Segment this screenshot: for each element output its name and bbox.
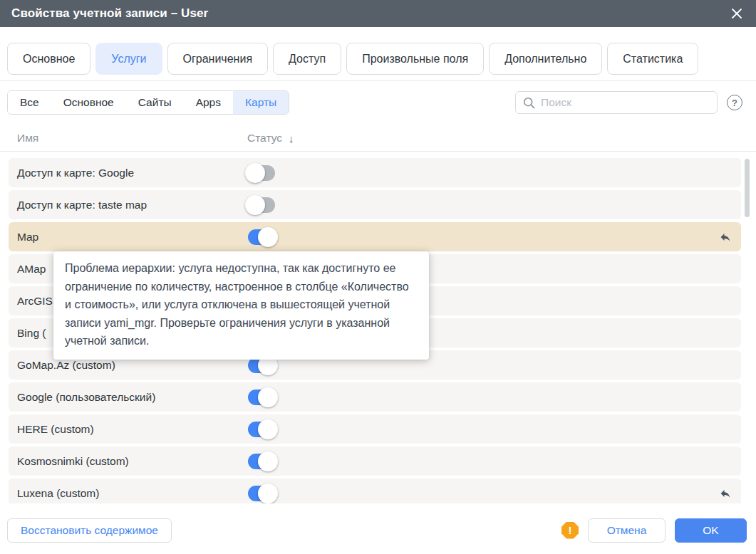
column-header-name: Имя	[17, 132, 38, 145]
tab-main[interactable]: Основное	[7, 43, 90, 75]
subtab-all[interactable]: Все	[8, 91, 51, 114]
status-toggle[interactable]	[248, 357, 275, 373]
warning-icon: !	[561, 522, 579, 539]
status-toggle[interactable]	[248, 197, 275, 213]
tab-additional[interactable]: Дополнительно	[489, 43, 602, 75]
cancel-button[interactable]: Отмена	[588, 518, 666, 543]
toggle-knob	[258, 484, 278, 503]
filter-row: ВсеОсновноеСайтыAppsКарты ?	[7, 90, 742, 115]
search-icon	[523, 97, 535, 109]
status-toggle[interactable]	[248, 390, 275, 405]
status-toggle[interactable]	[248, 165, 275, 181]
tab-statistics[interactable]: Статистика	[607, 43, 698, 75]
table-row[interactable]: Доступ к карте: taste map	[9, 190, 741, 219]
toggle-knob	[245, 195, 265, 215]
subtab-sites[interactable]: Сайты	[126, 91, 184, 114]
dialog-title: Свойства учетной записи – User	[11, 6, 208, 21]
dialog-footer: Восстановить содержимое ! Отмена OK	[0, 514, 756, 554]
status-toggle[interactable]	[248, 422, 275, 437]
tab-bar: ОсновноеУслугиОграниченияДоступПроизволь…	[0, 27, 756, 81]
tab-services[interactable]: Услуги	[95, 43, 162, 75]
dialog-titlebar: Свойства учетной записи – User	[0, 0, 756, 27]
service-name: GoMap.Az (custom)	[17, 359, 115, 372]
tab-restrictions[interactable]: Ограничения	[167, 43, 269, 75]
subtab-apps[interactable]: Apps	[184, 91, 233, 114]
service-name: Luxena (custom)	[17, 487, 99, 500]
table-row[interactable]: Luxena (custom)	[9, 479, 741, 503]
hierarchy-problem-tooltip: Проблема иерархии: услуга недоступна, та…	[53, 251, 429, 360]
service-name: Bing (	[17, 327, 46, 340]
status-toggle[interactable]	[248, 454, 275, 469]
service-name: Kosmosnimki (custom)	[17, 455, 129, 468]
column-header-status[interactable]: Статус ↓	[247, 132, 294, 145]
table-header: Имя Статус ↓	[0, 125, 756, 152]
service-name: Доступ к карте: Google	[17, 167, 134, 179]
toggle-knob	[245, 163, 265, 183]
tab-custom-fields[interactable]: Произвольные поля	[346, 43, 484, 75]
restore-content-button[interactable]: Восстановить содержимое	[7, 518, 172, 543]
account-properties-dialog: Свойства учетной записи – User ОсновноеУ…	[0, 0, 756, 554]
search-input[interactable]	[541, 96, 710, 109]
scrollbar-thumb[interactable]	[745, 159, 750, 217]
tab-access[interactable]: Доступ	[273, 43, 341, 75]
subtab-main[interactable]: Основное	[51, 91, 126, 114]
sort-descending-icon[interactable]: ↓	[289, 132, 294, 145]
table-row[interactable]: Kosmosnimki (custom)	[9, 446, 741, 476]
undo-icon[interactable]	[718, 231, 732, 243]
undo-icon[interactable]	[718, 487, 732, 499]
service-name: HERE (custom)	[17, 423, 94, 436]
toggle-knob	[258, 387, 278, 407]
service-name: Google (пользовательский)	[17, 391, 155, 404]
service-name: Доступ к карте: taste map	[17, 199, 147, 211]
status-toggle[interactable]	[248, 229, 275, 245]
toggle-knob	[258, 451, 278, 471]
category-filter: ВсеОсновноеСайтыAppsКарты	[7, 90, 289, 115]
table-row[interactable]: Доступ к карте: Google	[9, 158, 741, 187]
ok-button[interactable]: OK	[675, 518, 747, 543]
subtab-maps[interactable]: Карты	[233, 91, 289, 114]
search-box[interactable]	[515, 91, 718, 114]
table-row[interactable]: Map	[9, 222, 741, 251]
service-name: ArcGIS	[17, 295, 53, 308]
status-toggle[interactable]	[248, 486, 275, 501]
help-icon[interactable]: ?	[727, 95, 742, 110]
table-row[interactable]: Google (пользовательский)	[9, 382, 741, 412]
service-name: AMap	[17, 263, 46, 276]
service-name: Map	[17, 231, 38, 244]
table-row[interactable]: HERE (custom)	[9, 414, 741, 444]
close-icon[interactable]	[731, 8, 742, 19]
toggle-knob	[258, 419, 278, 439]
toggle-knob	[258, 227, 278, 247]
